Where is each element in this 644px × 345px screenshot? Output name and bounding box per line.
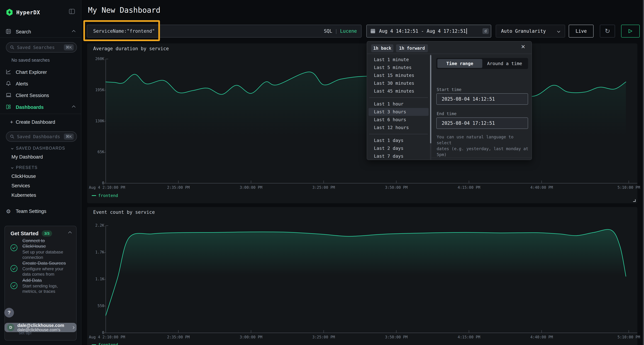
preset-dashboard-link[interactable]: Services: [0, 181, 82, 191]
chart-title: Average duration by service: [93, 46, 169, 51]
saved-dashboards-input[interactable]: Saved Dashboards ⌘K: [6, 131, 77, 142]
shift-forward-button[interactable]: 1h forward: [396, 44, 428, 52]
check-circle-icon: [10, 244, 18, 252]
time-range-option[interactable]: Last 1 days: [368, 137, 428, 144]
sidebar-item-label: Chart Explorer: [16, 69, 47, 75]
chevron-up-icon[interactable]: [68, 231, 72, 235]
preset-dashboard-link[interactable]: Kubernetes: [0, 191, 82, 200]
saved-dashboards-placeholder: Saved Dashboards: [17, 134, 64, 139]
saved-searches-placeholder: Saved Searches: [17, 45, 64, 50]
sidebar-item-label: Team Settings: [16, 209, 46, 214]
dashboards-grid-icon: [6, 104, 11, 110]
time-range-option[interactable]: Last 30 minutes: [368, 79, 428, 87]
search-icon: [10, 134, 14, 139]
time-range-option[interactable]: Last 1 minute: [368, 56, 428, 64]
calendar-icon: [371, 29, 375, 33]
time-range-option[interactable]: Last 12 hours: [368, 124, 428, 132]
check-circle-icon: [10, 282, 18, 290]
section-title: SAVED DASHBOARDS: [16, 146, 65, 151]
sidebar-item-team-settings[interactable]: ⚙ Team Settings: [0, 206, 82, 216]
chart-legend[interactable]: frontend: [92, 193, 118, 198]
time-range-option[interactable]: Last 5 minutes: [368, 64, 428, 71]
run-query-button[interactable]: [621, 25, 640, 37]
time-range-option[interactable]: Last 15 minutes: [368, 71, 428, 79]
saved-dashboard-link[interactable]: My Dashboard: [0, 152, 82, 162]
search-icon: [10, 45, 14, 50]
no-saved-searches-text: No saved searches: [12, 57, 50, 63]
shortcut-badge: ⌘K: [64, 44, 74, 50]
legend-label: frontend: [98, 193, 118, 198]
natural-language-hint: You can use natural language to select d…: [437, 134, 530, 158]
sidebar-item-chart-explorer[interactable]: Chart Explorer: [0, 67, 82, 77]
gear-icon: ⚙: [6, 208, 11, 215]
date-shortcut-badge: d: [482, 28, 489, 34]
preset-dashboard-link[interactable]: ClickHouse: [0, 172, 82, 181]
panel-resize-handle[interactable]: [633, 199, 636, 202]
chevron-right-icon: [72, 326, 74, 329]
plus-icon: +: [10, 119, 13, 125]
end-time-label: End time: [437, 111, 456, 116]
sidebar-item-label: Search: [16, 29, 31, 35]
refresh-button[interactable]: ↻: [600, 25, 615, 37]
date-range-input[interactable]: Aug 4 14:12:51 - Aug 4 17:12:51 d: [366, 25, 491, 37]
chevron-down-icon: [557, 30, 560, 33]
tab-time-range[interactable]: Time range: [438, 59, 482, 68]
sidebar-item-alerts[interactable]: Alerts: [0, 79, 82, 89]
scrollbar-thumb[interactable]: [430, 55, 431, 143]
divider: [369, 97, 428, 98]
start-time-input[interactable]: 2025-08-04 14:12:51: [436, 93, 528, 105]
chart-panel-avg-duration: Average duration by service frontend: [87, 43, 638, 203]
saved-searches-input[interactable]: Saved Searches ⌘K: [6, 42, 77, 52]
time-range-option[interactable]: Last 1 hour: [368, 100, 428, 108]
end-time-input[interactable]: 2025-08-04 17:12:51: [436, 117, 528, 129]
help-button[interactable]: ?: [4, 308, 14, 318]
language-sql-toggle[interactable]: SQL: [324, 28, 332, 34]
language-separator: |: [335, 28, 338, 34]
app-title: HyperDX: [16, 9, 40, 15]
sidebar-item-label: Dashboards: [16, 105, 44, 110]
time-range-option[interactable]: Last 45 minutes: [368, 87, 428, 95]
time-range-option[interactable]: Last 2 days: [368, 144, 428, 152]
live-button[interactable]: Live: [569, 25, 594, 37]
checklist-item-desc: Configure where your data comes from: [22, 266, 63, 277]
checklist-item-title[interactable]: Connect to ClickHouse: [22, 238, 46, 249]
checklist-item-title[interactable]: Add Data: [22, 278, 42, 283]
legend-dash-icon: [92, 195, 96, 196]
chart-panel-event-count: Event count by service frontend: [87, 207, 638, 345]
create-dashboard-button[interactable]: + Create Dashboard: [0, 117, 82, 127]
time-range-option[interactable]: Last 7 days: [368, 152, 428, 160]
granularity-select[interactable]: Auto Granularity: [496, 25, 565, 37]
section-presets[interactable]: PRESETS: [12, 165, 38, 170]
sidebar-collapse-icon[interactable]: [69, 9, 75, 14]
chevron-down-icon: [11, 147, 14, 149]
shortcut-badge: ⌘K: [64, 134, 74, 140]
sidebar-item-client-sessions[interactable]: Client Sessions: [0, 90, 82, 100]
shift-back-button[interactable]: 1h back: [371, 44, 394, 52]
sidebar-item-search[interactable]: Search: [0, 27, 82, 37]
chart-legend[interactable]: frontend: [92, 343, 118, 345]
start-time-label: Start time: [437, 87, 461, 92]
checklist-item-desc: Start sending logs, metrics, or traces: [22, 283, 58, 294]
time-range-option[interactable]: Last 3 hours: [368, 108, 428, 116]
section-saved-dashboards[interactable]: SAVED DASHBOARDS: [12, 146, 65, 151]
time-range-option[interactable]: Last 6 hours: [368, 116, 428, 124]
saved-dashboards-list: My Dashboard: [0, 152, 82, 162]
divider: [432, 158, 532, 158]
divider: [369, 134, 428, 134]
get-started-progress-badge: 3/3: [42, 230, 52, 237]
sidebar: HyperDX Search Saved Searches ⌘K No save…: [0, 0, 82, 345]
text-cursor: [466, 28, 467, 34]
play-icon: [628, 29, 632, 33]
page-scrollbar[interactable]: [643, 0, 644, 345]
help-label: ?: [8, 310, 11, 316]
sidebar-item-dashboards[interactable]: Dashboards: [0, 102, 82, 112]
search-query-input[interactable]: ServiceName:"frontend" SQL | Lucene: [87, 25, 362, 37]
close-icon[interactable]: ✕: [521, 44, 526, 50]
language-lucene-toggle[interactable]: Lucene: [340, 28, 357, 34]
checklist-item-title[interactable]: Create Data Sources: [22, 261, 66, 266]
granularity-value: Auto Granularity: [501, 28, 546, 34]
tab-around-a-time[interactable]: Around a time: [482, 59, 527, 68]
user-workspace: dale@clickhouse.com's: [17, 328, 72, 332]
user-account-chip[interactable]: D dale@clickhouse.com dale@clickhouse.co…: [4, 323, 76, 332]
legend-label: frontend: [98, 343, 118, 345]
